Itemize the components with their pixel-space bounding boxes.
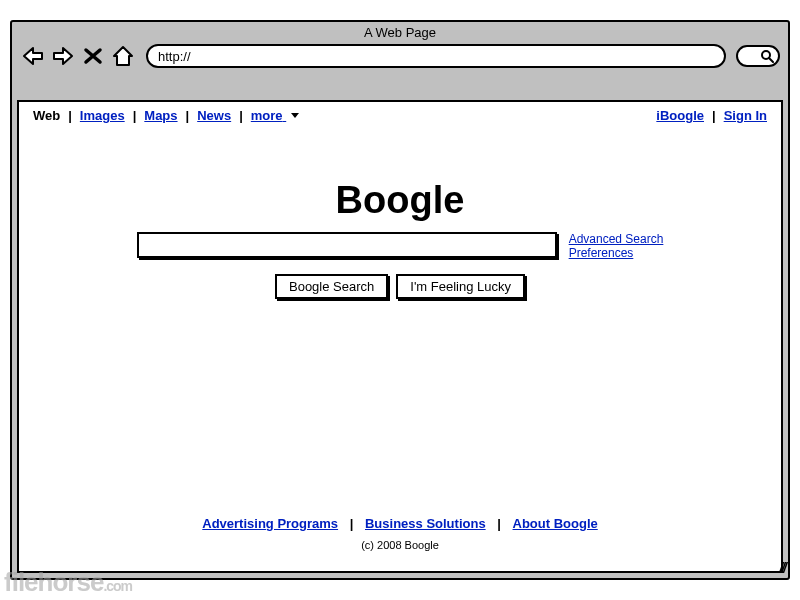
nav-signin[interactable]: Sign In	[720, 108, 771, 123]
lucky-button[interactable]: I'm Feeling Lucky	[396, 274, 525, 299]
nav-more[interactable]: more	[247, 108, 304, 123]
stop-icon[interactable]	[80, 45, 106, 67]
chevron-down-icon	[290, 108, 300, 123]
footer-business[interactable]: Business Solutions	[361, 516, 490, 531]
top-nav: Web | Images | Maps | News | more iBoogl…	[19, 102, 781, 129]
copyright: (c) 2008 Boogle	[19, 539, 781, 551]
page-content: Web | Images | Maps | News | more iBoogl…	[17, 100, 783, 573]
nav-images[interactable]: Images	[76, 108, 129, 123]
browser-window: A Web Page http:// Web | Images | Ma	[10, 20, 790, 580]
window-title: A Web Page	[12, 22, 788, 42]
home-icon[interactable]	[110, 45, 136, 67]
forward-icon[interactable]	[50, 45, 76, 67]
logo: Boogle	[19, 179, 781, 222]
back-icon[interactable]	[20, 45, 46, 67]
url-text: http://	[158, 49, 191, 64]
magnifier-icon	[760, 49, 774, 63]
url-input[interactable]: http://	[146, 44, 726, 68]
nav-iboogle[interactable]: iBoogle	[652, 108, 708, 123]
footer-advertising[interactable]: Advertising Programs	[198, 516, 342, 531]
preferences-link[interactable]: Preferences	[569, 246, 664, 260]
nav-news[interactable]: News	[193, 108, 235, 123]
footer-about[interactable]: About Boogle	[509, 516, 602, 531]
resize-grip-icon[interactable]: ///	[779, 560, 785, 576]
svg-line-1	[769, 58, 773, 62]
browser-toolbar: http://	[12, 42, 788, 74]
browser-search-button[interactable]	[736, 45, 780, 67]
nav-maps[interactable]: Maps	[140, 108, 181, 123]
search-button[interactable]: Boogle Search	[275, 274, 388, 299]
search-side-links: Advanced Search Preferences	[569, 232, 664, 260]
nav-web[interactable]: Web	[29, 108, 64, 123]
search-input[interactable]	[137, 232, 557, 258]
advanced-search-link[interactable]: Advanced Search	[569, 232, 664, 246]
footer: Advertising Programs | Business Solution…	[19, 516, 781, 551]
